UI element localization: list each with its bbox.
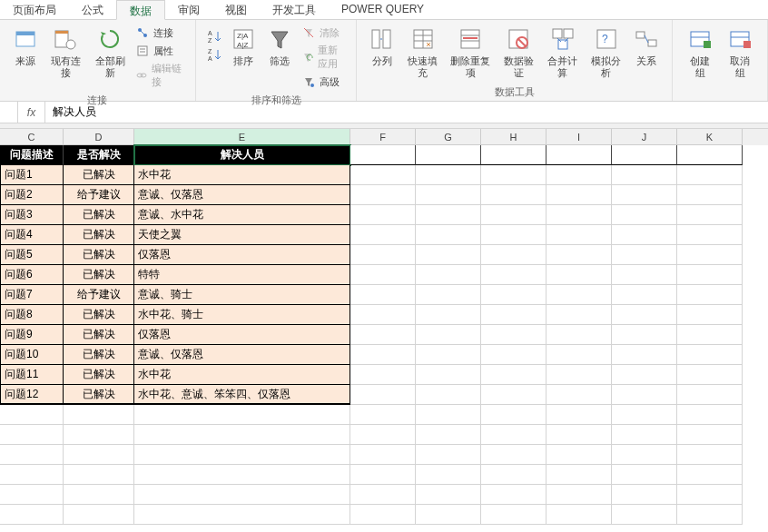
cell-blank[interactable] bbox=[134, 465, 350, 485]
cell-blank[interactable] bbox=[612, 505, 677, 525]
cell-resolved[interactable]: 已解决 bbox=[64, 225, 134, 245]
cell-problem[interactable]: 问题2 bbox=[0, 185, 64, 205]
cell-blank[interactable] bbox=[481, 245, 546, 265]
connections-button[interactable]: 连接 bbox=[135, 25, 183, 41]
cell-problem[interactable]: 问题4 bbox=[0, 225, 64, 245]
cell-blank[interactable] bbox=[416, 425, 481, 445]
cell-resolved[interactable]: 已解决 bbox=[64, 385, 134, 405]
cell-blank[interactable] bbox=[0, 465, 64, 485]
cell-blank[interactable] bbox=[481, 205, 546, 225]
cell-blank[interactable] bbox=[546, 385, 612, 405]
cell-resolved[interactable]: 已解决 bbox=[64, 165, 134, 185]
col-header-h[interactable]: H bbox=[481, 129, 546, 145]
relations-button[interactable]: 关系 bbox=[628, 23, 665, 69]
edit-links-button[interactable]: 编辑链接 bbox=[135, 61, 183, 90]
cell-blank[interactable] bbox=[134, 505, 350, 525]
cell-blank[interactable] bbox=[350, 385, 416, 405]
cell-problem[interactable]: 问题11 bbox=[0, 365, 64, 385]
cell-blank[interactable] bbox=[546, 345, 612, 365]
cell-blank[interactable] bbox=[481, 425, 546, 445]
cell-resolver[interactable]: 仅落恩 bbox=[134, 245, 350, 265]
group-create-button[interactable]: 创建组 bbox=[680, 23, 720, 81]
col-header-k[interactable]: K bbox=[677, 129, 743, 145]
cell-blank[interactable] bbox=[481, 505, 546, 525]
cell-resolved[interactable]: 已解决 bbox=[64, 205, 134, 225]
col-header-c[interactable]: C bbox=[0, 129, 64, 145]
cell-blank[interactable] bbox=[350, 505, 416, 525]
cell-blank[interactable] bbox=[64, 485, 134, 505]
cell-blank[interactable] bbox=[416, 145, 481, 165]
cell-problem[interactable]: 问题6 bbox=[0, 265, 64, 285]
tab-review[interactable]: 审阅 bbox=[165, 0, 212, 19]
cell-blank[interactable] bbox=[612, 165, 677, 185]
cell-blank[interactable] bbox=[350, 365, 416, 385]
existing-connections-button[interactable]: 现有连接 bbox=[44, 23, 88, 81]
cell-blank[interactable] bbox=[350, 465, 416, 485]
cell-problem[interactable]: 问题5 bbox=[0, 245, 64, 265]
ungroup-button[interactable]: 取消组 bbox=[720, 23, 760, 81]
cell-blank[interactable] bbox=[350, 425, 416, 445]
cell-resolver[interactable]: 意诚、骑士 bbox=[134, 285, 350, 305]
cell-resolver[interactable]: 水中花、意诚、笨笨四、仅落恩 bbox=[134, 385, 350, 405]
cell-blank[interactable] bbox=[0, 485, 64, 505]
tab-formula[interactable]: 公式 bbox=[69, 0, 116, 19]
cell-resolver[interactable]: 意诚、仅落恩 bbox=[134, 345, 350, 365]
cell-blank[interactable] bbox=[416, 385, 481, 405]
cell-blank[interactable] bbox=[416, 265, 481, 285]
cell-blank[interactable] bbox=[612, 385, 677, 405]
cell-blank[interactable] bbox=[134, 405, 350, 425]
cell-blank[interactable] bbox=[677, 265, 743, 285]
cell-blank[interactable] bbox=[416, 245, 481, 265]
cell-blank[interactable] bbox=[612, 225, 677, 245]
cell-blank[interactable] bbox=[481, 485, 546, 505]
cell-blank[interactable] bbox=[677, 425, 743, 445]
cell-blank[interactable] bbox=[546, 305, 612, 325]
remove-duplicates-button[interactable]: 删除重复项 bbox=[445, 23, 497, 81]
cell-blank[interactable] bbox=[350, 205, 416, 225]
sort-button[interactable]: Z|AA|Z 排序 bbox=[225, 23, 261, 69]
cell-blank[interactable] bbox=[416, 365, 481, 385]
text-to-columns-button[interactable]: 分列 bbox=[364, 23, 400, 69]
cell-blank[interactable] bbox=[612, 265, 677, 285]
tab-developer[interactable]: 开发工具 bbox=[260, 0, 329, 19]
data-validation-button[interactable]: 数据验证 bbox=[497, 23, 540, 81]
cell-blank[interactable] bbox=[546, 265, 612, 285]
cell-blank[interactable] bbox=[612, 325, 677, 345]
cell-blank[interactable] bbox=[677, 385, 743, 405]
advanced-button[interactable]: 高级 bbox=[301, 74, 346, 90]
cell-blank[interactable] bbox=[416, 305, 481, 325]
cell-blank[interactable] bbox=[481, 365, 546, 385]
cell-blank[interactable] bbox=[546, 505, 612, 525]
cell-blank[interactable] bbox=[612, 425, 677, 445]
cell-blank[interactable] bbox=[134, 485, 350, 505]
cell-problem[interactable]: 问题8 bbox=[0, 305, 64, 325]
reapply-button[interactable]: 重新应用 bbox=[301, 43, 346, 72]
filter-button[interactable]: 筛选 bbox=[261, 23, 298, 69]
cell-resolved[interactable]: 已解决 bbox=[64, 365, 134, 385]
cell-blank[interactable] bbox=[546, 365, 612, 385]
col-header-f[interactable]: F bbox=[350, 129, 416, 145]
tab-data[interactable]: 数据 bbox=[116, 0, 165, 20]
cell-blank[interactable] bbox=[677, 345, 743, 365]
cell-blank[interactable] bbox=[612, 445, 677, 465]
cell-blank[interactable] bbox=[350, 285, 416, 305]
cell-blank[interactable] bbox=[481, 225, 546, 245]
sort-asc-button[interactable]: AZ bbox=[207, 28, 222, 44]
cell-resolved[interactable]: 已解决 bbox=[64, 305, 134, 325]
flash-fill-button[interactable]: 快速填充 bbox=[400, 23, 444, 81]
cell-resolved[interactable]: 已解决 bbox=[64, 325, 134, 345]
cell-blank[interactable] bbox=[612, 365, 677, 385]
cell-blank[interactable] bbox=[350, 405, 416, 425]
tab-layout[interactable]: 页面布局 bbox=[0, 0, 69, 19]
refresh-all-button[interactable]: 全部刷新 bbox=[88, 23, 133, 81]
cell-blank[interactable] bbox=[546, 145, 612, 165]
cell-blank[interactable] bbox=[350, 185, 416, 205]
cell-blank[interactable] bbox=[416, 345, 481, 365]
cell-blank[interactable] bbox=[612, 305, 677, 325]
cell-blank[interactable] bbox=[481, 145, 546, 165]
cell-blank[interactable] bbox=[677, 405, 743, 425]
cell-resolver[interactable]: 意诚、水中花 bbox=[134, 205, 350, 225]
cell-blank[interactable] bbox=[612, 185, 677, 205]
cell-problem[interactable]: 问题3 bbox=[0, 205, 64, 225]
cell-blank[interactable] bbox=[481, 265, 546, 285]
